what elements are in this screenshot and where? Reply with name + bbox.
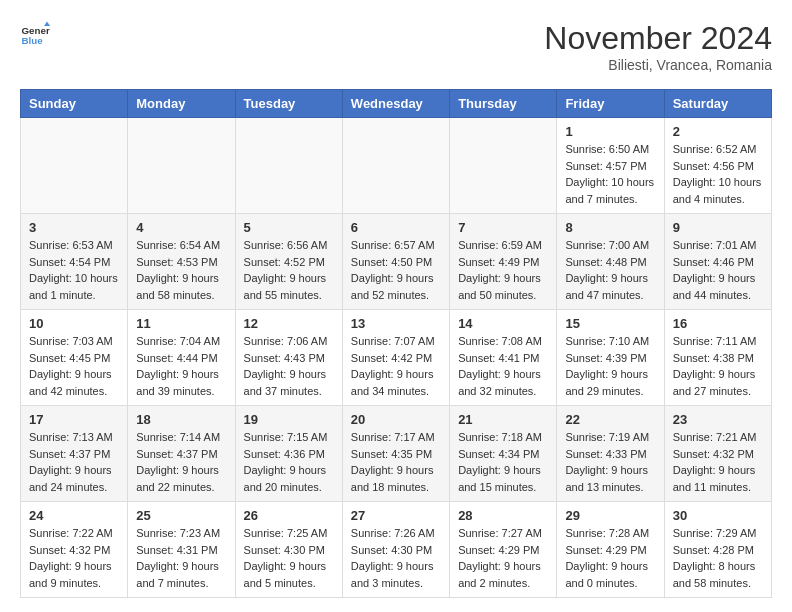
- day-number: 15: [565, 316, 655, 331]
- day-info: Sunrise: 7:21 AMSunset: 4:32 PMDaylight:…: [673, 429, 763, 495]
- sunrise-time: Sunrise: 7:28 AM: [565, 525, 655, 542]
- day-number: 28: [458, 508, 548, 523]
- sunset-time: Sunset: 4:38 PM: [673, 350, 763, 367]
- sunset-time: Sunset: 4:33 PM: [565, 446, 655, 463]
- day-info: Sunrise: 7:03 AMSunset: 4:45 PMDaylight:…: [29, 333, 119, 399]
- calendar-week-4: 17Sunrise: 7:13 AMSunset: 4:37 PMDayligh…: [21, 406, 772, 502]
- calendar-cell: 30Sunrise: 7:29 AMSunset: 4:28 PMDayligh…: [664, 502, 771, 598]
- header-saturday: Saturday: [664, 90, 771, 118]
- daylight-hours: Daylight: 9 hours and 58 minutes.: [136, 270, 226, 303]
- sunrise-time: Sunrise: 7:15 AM: [244, 429, 334, 446]
- day-info: Sunrise: 7:25 AMSunset: 4:30 PMDaylight:…: [244, 525, 334, 591]
- daylight-hours: Daylight: 9 hours and 11 minutes.: [673, 462, 763, 495]
- daylight-hours: Daylight: 9 hours and 24 minutes.: [29, 462, 119, 495]
- sunrise-time: Sunrise: 7:17 AM: [351, 429, 441, 446]
- day-info: Sunrise: 7:27 AMSunset: 4:29 PMDaylight:…: [458, 525, 548, 591]
- calendar-cell: 4Sunrise: 6:54 AMSunset: 4:53 PMDaylight…: [128, 214, 235, 310]
- day-info: Sunrise: 7:28 AMSunset: 4:29 PMDaylight:…: [565, 525, 655, 591]
- daylight-hours: Daylight: 9 hours and 20 minutes.: [244, 462, 334, 495]
- calendar-cell: 18Sunrise: 7:14 AMSunset: 4:37 PMDayligh…: [128, 406, 235, 502]
- sunset-time: Sunset: 4:48 PM: [565, 254, 655, 271]
- daylight-hours: Daylight: 9 hours and 32 minutes.: [458, 366, 548, 399]
- daylight-hours: Daylight: 9 hours and 52 minutes.: [351, 270, 441, 303]
- day-number: 11: [136, 316, 226, 331]
- daylight-hours: Daylight: 9 hours and 15 minutes.: [458, 462, 548, 495]
- daylight-hours: Daylight: 10 hours and 7 minutes.: [565, 174, 655, 207]
- day-number: 8: [565, 220, 655, 235]
- day-number: 21: [458, 412, 548, 427]
- day-number: 16: [673, 316, 763, 331]
- day-info: Sunrise: 7:29 AMSunset: 4:28 PMDaylight:…: [673, 525, 763, 591]
- sunrise-time: Sunrise: 7:06 AM: [244, 333, 334, 350]
- day-info: Sunrise: 7:10 AMSunset: 4:39 PMDaylight:…: [565, 333, 655, 399]
- sunrise-time: Sunrise: 7:22 AM: [29, 525, 119, 542]
- day-number: 24: [29, 508, 119, 523]
- daylight-hours: Daylight: 9 hours and 5 minutes.: [244, 558, 334, 591]
- month-title: November 2024: [544, 20, 772, 57]
- sunset-time: Sunset: 4:36 PM: [244, 446, 334, 463]
- day-number: 29: [565, 508, 655, 523]
- daylight-hours: Daylight: 9 hours and 3 minutes.: [351, 558, 441, 591]
- day-number: 9: [673, 220, 763, 235]
- daylight-hours: Daylight: 9 hours and 0 minutes.: [565, 558, 655, 591]
- sunset-time: Sunset: 4:32 PM: [673, 446, 763, 463]
- day-number: 25: [136, 508, 226, 523]
- header-monday: Monday: [128, 90, 235, 118]
- sunset-time: Sunset: 4:57 PM: [565, 158, 655, 175]
- sunset-time: Sunset: 4:50 PM: [351, 254, 441, 271]
- calendar-cell: [342, 118, 449, 214]
- sunrise-time: Sunrise: 7:01 AM: [673, 237, 763, 254]
- calendar-cell: 27Sunrise: 7:26 AMSunset: 4:30 PMDayligh…: [342, 502, 449, 598]
- day-info: Sunrise: 7:06 AMSunset: 4:43 PMDaylight:…: [244, 333, 334, 399]
- sunrise-time: Sunrise: 6:53 AM: [29, 237, 119, 254]
- daylight-hours: Daylight: 10 hours and 4 minutes.: [673, 174, 763, 207]
- title-area: November 2024 Biliesti, Vrancea, Romania: [544, 20, 772, 73]
- sunrise-time: Sunrise: 6:52 AM: [673, 141, 763, 158]
- calendar-cell: 24Sunrise: 7:22 AMSunset: 4:32 PMDayligh…: [21, 502, 128, 598]
- day-info: Sunrise: 6:56 AMSunset: 4:52 PMDaylight:…: [244, 237, 334, 303]
- calendar-cell: [235, 118, 342, 214]
- calendar-cell: 13Sunrise: 7:07 AMSunset: 4:42 PMDayligh…: [342, 310, 449, 406]
- calendar-week-3: 10Sunrise: 7:03 AMSunset: 4:45 PMDayligh…: [21, 310, 772, 406]
- day-number: 5: [244, 220, 334, 235]
- sunrise-time: Sunrise: 6:50 AM: [565, 141, 655, 158]
- calendar-cell: 15Sunrise: 7:10 AMSunset: 4:39 PMDayligh…: [557, 310, 664, 406]
- header: General Blue November 2024 Biliesti, Vra…: [20, 20, 772, 73]
- day-info: Sunrise: 7:08 AMSunset: 4:41 PMDaylight:…: [458, 333, 548, 399]
- header-friday: Friday: [557, 90, 664, 118]
- daylight-hours: Daylight: 9 hours and 34 minutes.: [351, 366, 441, 399]
- daylight-hours: Daylight: 8 hours and 58 minutes.: [673, 558, 763, 591]
- calendar-header-row: SundayMondayTuesdayWednesdayThursdayFrid…: [21, 90, 772, 118]
- calendar-cell: 1Sunrise: 6:50 AMSunset: 4:57 PMDaylight…: [557, 118, 664, 214]
- calendar: SundayMondayTuesdayWednesdayThursdayFrid…: [20, 89, 772, 598]
- day-info: Sunrise: 7:13 AMSunset: 4:37 PMDaylight:…: [29, 429, 119, 495]
- sunrise-time: Sunrise: 7:19 AM: [565, 429, 655, 446]
- sunset-time: Sunset: 4:37 PM: [29, 446, 119, 463]
- sunrise-time: Sunrise: 7:14 AM: [136, 429, 226, 446]
- day-info: Sunrise: 7:14 AMSunset: 4:37 PMDaylight:…: [136, 429, 226, 495]
- sunrise-time: Sunrise: 6:57 AM: [351, 237, 441, 254]
- sunset-time: Sunset: 4:31 PM: [136, 542, 226, 559]
- sunset-time: Sunset: 4:39 PM: [565, 350, 655, 367]
- svg-text:General: General: [22, 25, 51, 36]
- sunset-time: Sunset: 4:28 PM: [673, 542, 763, 559]
- sunrise-time: Sunrise: 7:07 AM: [351, 333, 441, 350]
- sunset-time: Sunset: 4:49 PM: [458, 254, 548, 271]
- sunset-time: Sunset: 4:42 PM: [351, 350, 441, 367]
- daylight-hours: Daylight: 9 hours and 47 minutes.: [565, 270, 655, 303]
- sunset-time: Sunset: 4:34 PM: [458, 446, 548, 463]
- sunset-time: Sunset: 4:56 PM: [673, 158, 763, 175]
- day-number: 2: [673, 124, 763, 139]
- day-info: Sunrise: 7:22 AMSunset: 4:32 PMDaylight:…: [29, 525, 119, 591]
- calendar-cell: 11Sunrise: 7:04 AMSunset: 4:44 PMDayligh…: [128, 310, 235, 406]
- calendar-cell: 16Sunrise: 7:11 AMSunset: 4:38 PMDayligh…: [664, 310, 771, 406]
- svg-text:Blue: Blue: [22, 35, 44, 46]
- sunrise-time: Sunrise: 6:54 AM: [136, 237, 226, 254]
- day-number: 3: [29, 220, 119, 235]
- header-sunday: Sunday: [21, 90, 128, 118]
- day-number: 17: [29, 412, 119, 427]
- sunset-time: Sunset: 4:52 PM: [244, 254, 334, 271]
- sunset-time: Sunset: 4:29 PM: [565, 542, 655, 559]
- sunrise-time: Sunrise: 7:21 AM: [673, 429, 763, 446]
- calendar-cell: 21Sunrise: 7:18 AMSunset: 4:34 PMDayligh…: [450, 406, 557, 502]
